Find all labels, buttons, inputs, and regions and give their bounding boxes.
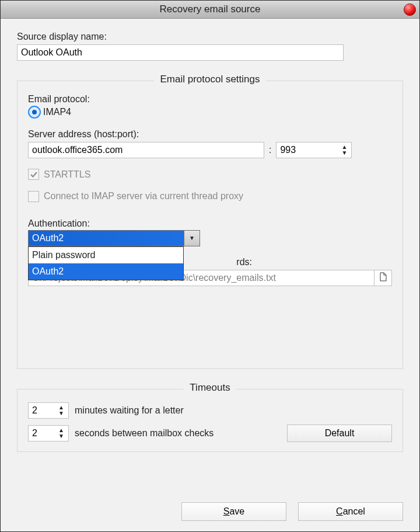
auth-option-oauth2[interactable]: OAuth2 <box>29 263 183 280</box>
thread-proxy-checkbox: Connect to IMAP server via current threa… <box>28 191 243 202</box>
dialog-body: Source display name: Email protocol sett… <box>1 19 419 531</box>
dialog-window: Recovery email source Source display nam… <box>0 0 420 532</box>
radio-checked-icon <box>28 106 41 119</box>
authentication-selected: OAuth2 <box>32 233 64 244</box>
dialog-button-row: Save Cancel <box>17 492 403 521</box>
thread-proxy-label: Connect to IMAP server via current threa… <box>44 191 243 201</box>
file-icon <box>379 272 387 284</box>
file-field-label-fragment: rds: <box>236 257 252 267</box>
protocol-imap4-radio[interactable]: IMAP4 <box>28 106 71 119</box>
server-host-input[interactable] <box>28 142 264 158</box>
protocol-imap4-label: IMAP4 <box>43 107 71 117</box>
source-name-input[interactable] <box>17 44 344 61</box>
email-protocol-label: Email protocol: <box>28 94 392 105</box>
wait-minutes-input[interactable] <box>28 402 69 419</box>
browse-file-button[interactable] <box>374 270 392 286</box>
authentication-dropdown: Plain password OAuth2 <box>28 246 184 280</box>
check-seconds-label: seconds between mailbox checks <box>75 428 214 439</box>
host-port-separator: : <box>269 145 271 155</box>
server-address-label: Server address (host:port): <box>28 129 392 140</box>
email-protocol-group: Email protocol settings Email protocol: … <box>17 81 403 369</box>
save-button[interactable]: Save <box>181 502 286 521</box>
chevron-down-icon <box>184 231 200 246</box>
source-name-block: Source display name: <box>17 32 403 61</box>
window-title: Recovery email source <box>1 4 419 15</box>
close-icon[interactable] <box>404 4 416 16</box>
timeouts-legend: Timeouts <box>18 382 402 394</box>
authentication-combobox[interactable]: OAuth2 <box>28 230 200 246</box>
starttls-checkbox: STARTTLS <box>28 169 90 180</box>
source-name-label: Source display name: <box>17 32 403 42</box>
starttls-label: STARTTLS <box>44 169 90 180</box>
timeouts-group: Timeouts minutes waiting for a letter se… <box>17 389 403 452</box>
check-seconds-stepper[interactable] <box>28 425 69 441</box>
wait-minutes-label: minutes waiting for a letter <box>75 405 184 416</box>
titlebar: Recovery email source <box>1 1 419 19</box>
cancel-button[interactable]: Cancel <box>298 502 403 521</box>
auth-option-plain[interactable]: Plain password <box>29 247 183 263</box>
email-protocol-legend: Email protocol settings <box>18 74 402 85</box>
authentication-label: Authentication: <box>28 218 392 229</box>
server-port-stepper[interactable] <box>276 142 352 158</box>
wait-minutes-stepper[interactable] <box>28 402 69 419</box>
checkmark-icon <box>30 171 37 178</box>
server-port-input[interactable] <box>276 142 352 158</box>
check-seconds-input[interactable] <box>28 425 69 441</box>
default-button[interactable]: Default <box>287 425 392 442</box>
